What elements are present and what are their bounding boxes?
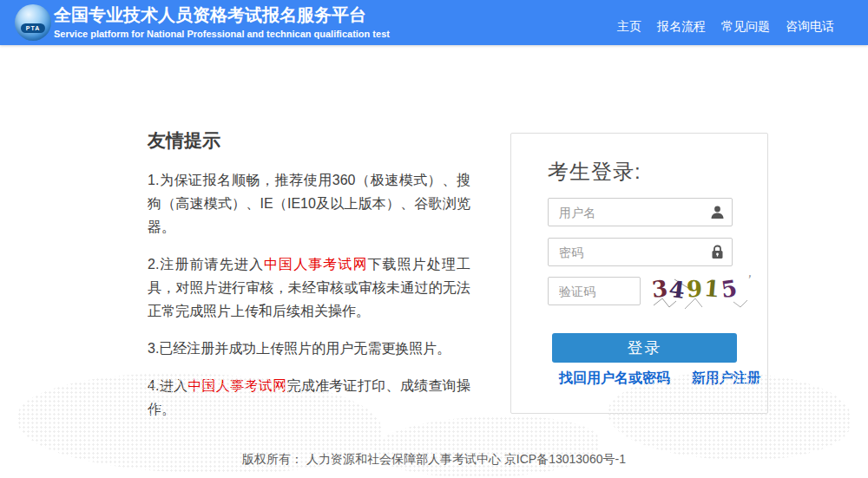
captcha-input[interactable]	[549, 278, 640, 304]
password-input[interactable]	[549, 239, 732, 265]
nav-registration-process[interactable]: 报名流程	[657, 19, 706, 35]
password-field-wrap	[548, 238, 733, 266]
tip-1-text: 1.为保证报名顺畅，推荐使用360（极速模式）、搜狗（高速模式）、IE（IE10…	[148, 173, 470, 234]
logo-pta-badge: PTA	[21, 23, 45, 33]
footer: 版权所有： 人力资源和社会保障部人事考试中心 京ICP备13013060号-1	[0, 452, 868, 468]
captcha-image[interactable]: 34915 ’	[650, 272, 753, 311]
tip-2: 2.注册前请先进入中国人事考试网下载照片处理工具，对照片进行审核，未经审核或审核…	[148, 252, 470, 323]
captcha-digits: 34915	[652, 276, 739, 302]
nav-home[interactable]: 主页	[617, 19, 641, 35]
login-button[interactable]: 登录	[552, 333, 737, 363]
login-panel: 考生登录: 34915 ’ 登录 找回用户名或密码 新用户注册	[510, 133, 768, 414]
page-title: 全国专业技术人员资格考试报名服务平台	[54, 3, 390, 26]
nav-phone[interactable]: 咨询电话	[786, 19, 834, 35]
page-subtitle: Service platform for National Profession…	[54, 28, 390, 40]
captcha-digit: 9	[686, 275, 705, 302]
lock-icon	[710, 245, 725, 259]
captcha-digit: 5	[720, 275, 740, 304]
tip-2-text-pre: 2.注册前请先进入	[148, 257, 264, 272]
captcha-field-wrap	[548, 277, 641, 305]
username-field-wrap	[548, 198, 733, 226]
header-titles: 全国专业技术人员资格考试报名服务平台 Service platform for …	[54, 3, 390, 40]
login-heading: 考生登录:	[548, 158, 641, 186]
tips-section: 友情提示 1.为保证报名顺畅，推荐使用360（极速模式）、搜狗（高速模式）、IE…	[148, 128, 470, 435]
login-links: 找回用户名或密码 新用户注册	[559, 370, 750, 388]
forgot-password-link[interactable]: 找回用户名或密码	[559, 370, 670, 385]
tip-1: 1.为保证报名顺畅，推荐使用360（极速模式）、搜狗（高速模式）、IE（IE10…	[148, 168, 470, 239]
tip-4-cpta-link[interactable]: 中国人事考试网	[187, 378, 286, 393]
tip-3: 3.已经注册并成功上传照片的用户无需更换照片。	[148, 337, 470, 360]
copyright-text: 版权所有： 人力资源和社会保障部人事考试中心 京ICP备13013060号-1	[242, 452, 626, 466]
tips-heading: 友情提示	[148, 128, 470, 153]
top-nav: 主页 报名流程 常见问题 咨询电话	[617, 0, 834, 45]
user-icon	[710, 205, 725, 219]
nav-faq[interactable]: 常见问题	[721, 19, 770, 35]
app-logo: PTA	[15, 4, 51, 41]
header: PTA 全国专业技术人员资格考试报名服务平台 Service platform …	[0, 0, 868, 45]
tip-4-text-pre: 4.进入	[148, 378, 187, 393]
register-link[interactable]: 新用户注册	[691, 370, 760, 385]
tip-2-cpta-link[interactable]: 中国人事考试网	[264, 257, 368, 272]
tip-3-text: 3.已经注册并成功上传照片的用户无需更换照片。	[148, 341, 450, 356]
tip-4: 4.进入中国人事考试网完成准考证打印、成绩查询操作。	[148, 374, 470, 421]
username-input[interactable]	[549, 199, 732, 226]
logo-text: PTA	[26, 25, 40, 31]
captcha-digit: 4	[667, 276, 688, 304]
